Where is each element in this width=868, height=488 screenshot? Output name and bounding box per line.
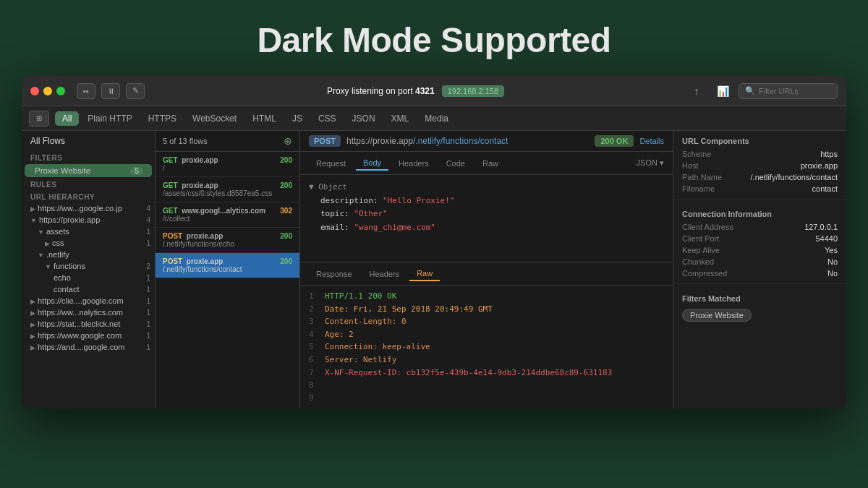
flow-item-1[interactable]: GET proxie.app 200 /assets/css/0.styles.… [156,177,299,202]
app-window: ▪▪ ⏸ ✎ Proxy listening on port 4321 192.… [22,76,846,408]
tab-body[interactable]: Body [356,156,388,171]
tab-headers[interactable]: Headers [391,157,436,170]
resp-line-3: 3 Content-Length: 0 [309,315,664,328]
request-url: https://proxie.app/.netlify/functions/co… [346,136,508,146]
flow-search-button[interactable]: ⊕ [284,135,292,147]
tree-item-9[interactable]: ▶https://ww...nalytics.com 1 [22,307,155,318]
tab-xml[interactable]: XML [384,111,417,126]
all-flows-button[interactable]: All Flows [22,131,155,151]
flow-method: POST proxie.app [163,232,223,240]
flow-item-4[interactable]: POST proxie.app 200 /.netlify/functions/… [156,253,299,278]
tab-js[interactable]: JS [285,111,310,126]
filter-tag[interactable]: Proxie Website [682,309,752,322]
tab-html[interactable]: HTML [245,111,284,126]
filter-badge: 5 [130,167,143,175]
tree-item-5[interactable]: ▼functions 2 [22,260,155,272]
tab-code[interactable]: Code [439,157,472,170]
flow-method: POST proxie.app [163,257,223,265]
filename-label: Filename [682,184,715,193]
flow-item-2[interactable]: GET www.googl...alytics.com 302 /r/colle… [156,202,299,228]
main-layout: All Flows Filters Proxie Website 5 Rules… [22,131,846,408]
flow-list-header: 5 of 13 flows ⊕ [156,131,299,152]
json-field-1: topic: "Other" [309,207,664,221]
flow-item-3[interactable]: POST proxie.app 200 /.netlify/functions/… [156,228,299,253]
pause-button[interactable]: ⏸ [101,83,120,99]
tree-arrow-icon: ▶ [30,321,35,328]
minimize-button[interactable] [43,87,52,95]
sidebar-toggle-button[interactable]: ▪▪ [77,83,95,99]
tab-https[interactable]: HTTPS [141,111,184,126]
response-status-badge: 200 OK [595,135,634,147]
tab-media[interactable]: Media [417,111,456,126]
flow-path: /assets/css/0.styles.d8587ea5.css [163,189,278,197]
tree-item-8[interactable]: ▶https://clie....google.com 1 [22,295,155,307]
tree-count: 1 [146,332,150,340]
ip-badge: 192.168.2.158 [442,85,504,97]
tree-item-2[interactable]: ▼assets 1 [22,226,155,237]
tree-label: https://ww...nalytics.com [38,308,123,317]
tree-item-7[interactable]: contact 1 [22,283,155,295]
edit-button[interactable]: ✎ [126,83,145,99]
tab-request[interactable]: Request [309,157,353,170]
tab-resp-headers[interactable]: Headers [362,267,407,281]
filter-name: Proxie Website [35,166,90,175]
flow-item-0[interactable]: GET proxie.app 200 / [156,152,299,177]
flow-method: GET www.googl...alytics.com [163,207,265,215]
resp-line-2: 2 Date: Fri, 21 Sep 2018 20:49:49 GMT [309,303,664,316]
hero-title: Dark Mode Supported [257,0,610,76]
tree-item-1[interactable]: ▼https://proxie.app 4 [22,214,155,226]
share-icon[interactable]: ↑ [686,83,707,99]
proxy-status: Proxy listening on port 4321 [327,86,435,96]
format-selector[interactable]: JSON ▾ [637,158,664,168]
panel-toggle[interactable]: ⊞ [29,111,49,127]
filter-urls-input-wrap: 🔍 [739,83,838,99]
flow-host: proxie.app [187,232,224,240]
tree-item-6[interactable]: echo 1 [22,272,155,283]
flow-status: 200 [280,232,292,240]
tab-websocket[interactable]: WebSocket [185,111,244,126]
client-address-value: 127.0.0.1 [804,223,838,231]
flow-count: 5 of 13 flows [163,137,208,145]
pathname-value: /.netlify/functions/contact [751,173,838,181]
tree-count: 1 [146,297,150,305]
detail-header: POST https://proxie.app/.netlify/functio… [300,131,673,152]
tree-arrow-icon: ▶ [30,309,35,317]
resp-line-4: 4 Age: 2 [309,328,664,341]
tab-plain-http[interactable]: Plain HTTP [80,111,139,126]
tab-response[interactable]: Response [309,267,359,281]
tree-arrow-icon: ▶ [30,205,35,213]
tree-label: .netlify [46,250,69,259]
close-button[interactable] [30,87,39,95]
flow-status: 200 [280,257,292,265]
filename-value: contact [812,184,838,193]
tree-count: 1 [146,286,150,294]
resp-line-9: 9 [309,392,664,405]
detail-panel: POST https://proxie.app/.netlify/functio… [300,131,673,408]
flow-method: GET proxie.app [163,156,218,164]
info-divider-2 [673,283,846,284]
tab-json[interactable]: JSON [345,111,383,126]
tab-resp-raw[interactable]: Raw [409,267,440,281]
tree-item-3[interactable]: ▶css 1 [22,237,155,249]
filter-urls-input[interactable] [759,87,831,95]
tree-item-10[interactable]: ▶https://stat...bleclick.net 1 [22,318,155,330]
flow-host: www.googl...alytics.com [182,207,265,215]
request-body: ▼ Object description: "Hello Proxie!" to… [300,175,673,262]
tab-all[interactable]: All [55,111,79,126]
tree-item-12[interactable]: ▶https://and....google.com 1 [22,341,155,353]
details-link[interactable]: Details [639,137,664,145]
tree-count: 4 [146,205,150,213]
compressed-value: No [827,269,838,278]
tree-item-4[interactable]: ▼.netlify [22,249,155,260]
tree-arrow-icon: ▼ [38,228,44,236]
fullscreen-button[interactable] [56,87,65,95]
url-path: /.netlify/functions/contact [413,136,508,146]
sidebar-filter-proxie-website[interactable]: Proxie Website 5 [25,164,152,177]
tree-item-0[interactable]: ▶https://ww...google.co.jp 4 [22,202,155,214]
tree-item-11[interactable]: ▶https://www.google.com 1 [22,330,155,341]
chart-icon[interactable]: 📊 [712,83,733,99]
tree-label: https://www.google.com [38,331,122,340]
flow-status: 200 [280,181,292,189]
tab-raw[interactable]: Raw [475,157,506,170]
tab-css[interactable]: CSS [311,111,344,126]
